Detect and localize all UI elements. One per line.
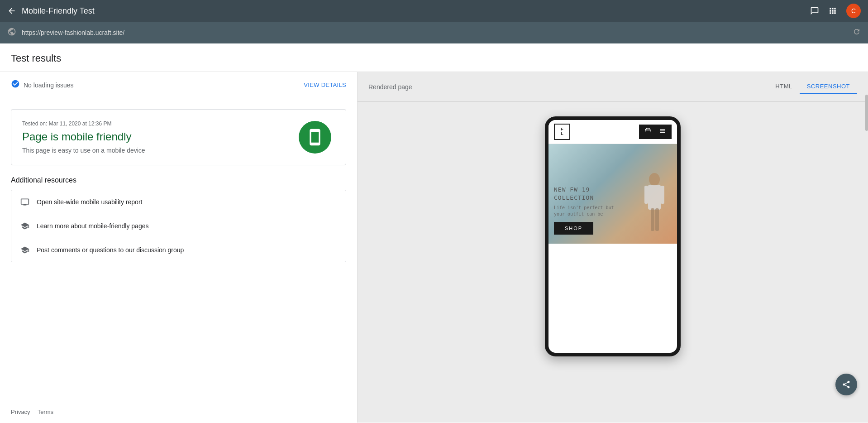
reload-icon[interactable] (853, 28, 861, 38)
phone-mockup: F L (545, 116, 681, 356)
svg-rect-3 (655, 208, 659, 231)
top-bar: Mobile-Friendly Test C (0, 0, 868, 22)
apps-button[interactable] (828, 6, 837, 15)
resource-text-1: Open site-wide mobile usability report (37, 198, 142, 206)
phone-screen: F L (548, 120, 677, 244)
right-scrollbar[interactable] (865, 95, 868, 131)
phone-container: F L (358, 102, 868, 356)
tab-screenshot[interactable]: SCREENSHOT (800, 79, 857, 94)
resource-text-3: Post comments or questions to our discus… (37, 246, 184, 254)
split-layout: No loading issues VIEW DETAILS Tested on… (0, 72, 868, 423)
menu-icon (659, 127, 666, 136)
status-bar: No loading issues VIEW DETAILS (0, 72, 357, 98)
globe-icon (7, 27, 16, 38)
resources-card: Open site-wide mobile usability report L… (11, 190, 346, 262)
check-icon (11, 79, 20, 91)
svg-point-0 (649, 173, 660, 186)
phone-nav-right (639, 125, 672, 139)
result-date: Tested on: Mar 11, 2020 at 12:36 PM (22, 120, 273, 127)
url-input[interactable] (22, 29, 847, 36)
top-bar-right: C (810, 4, 861, 18)
person-silhouette (641, 171, 668, 244)
avatar[interactable]: C (846, 4, 861, 18)
school-icon-2 (20, 245, 29, 255)
test-results-title: Test results (11, 53, 857, 64)
feedback-button[interactable] (810, 6, 819, 15)
terms-link[interactable]: Terms (38, 409, 53, 415)
phone-hero-content: NEW FW 19COLLECTION Life isn't perfect b… (554, 186, 614, 235)
tab-html[interactable]: HTML (768, 79, 799, 94)
resource-item-3[interactable]: Post comments or questions to our discus… (11, 238, 346, 262)
left-panel: No loading issues VIEW DETAILS Tested on… (0, 72, 358, 423)
result-card-left: Tested on: Mar 11, 2020 at 12:36 PM Page… (11, 110, 284, 165)
test-results-header: Test results (0, 43, 868, 72)
url-bar (0, 22, 868, 43)
svg-rect-4 (644, 186, 648, 204)
status-text: No loading issues (24, 82, 300, 89)
phone-nav: F L (548, 120, 677, 144)
resource-item-2[interactable]: Learn more about mobile-friendly pages (11, 214, 346, 238)
result-title: Page is mobile friendly (22, 130, 273, 143)
back-button[interactable] (7, 6, 16, 15)
svg-rect-2 (651, 208, 654, 231)
rendered-page-header: Rendered page HTML SCREENSHOT (358, 72, 868, 102)
footer: Privacy Terms (0, 401, 64, 423)
mobile-friendly-icon (299, 121, 331, 154)
app-title: Mobile-Friendly Test (22, 6, 95, 16)
privacy-link[interactable]: Privacy (11, 409, 30, 415)
result-description: This page is easy to use on a mobile dev… (22, 147, 273, 154)
tab-group: HTML SCREENSHOT (768, 79, 857, 94)
main-content: Test results No loading issues VIEW DETA… (0, 43, 868, 423)
top-bar-left: Mobile-Friendly Test (7, 6, 803, 16)
rendered-page-label: Rendered page (368, 83, 757, 91)
phone-shop-button[interactable]: SHOP (554, 222, 593, 235)
monitor-icon (20, 197, 29, 207)
cart-icon (644, 127, 652, 136)
result-card: Tested on: Mar 11, 2020 at 12:36 PM Page… (11, 109, 346, 165)
svg-rect-1 (648, 185, 661, 210)
share-fab[interactable] (835, 374, 857, 395)
right-panel: Rendered page HTML SCREENSHOT F L (358, 72, 868, 423)
phone-logo: F L (554, 124, 570, 140)
school-icon-1 (20, 221, 29, 231)
resource-item-1[interactable]: Open site-wide mobile usability report (11, 190, 346, 214)
view-details-button[interactable]: VIEW DETAILS (304, 82, 346, 88)
result-card-right (284, 110, 346, 164)
additional-resources: Additional resources Open site-wide mobi… (0, 176, 357, 273)
resource-text-2: Learn more about mobile-friendly pages (37, 222, 148, 230)
phone-hero-title: NEW FW 19COLLECTION (554, 186, 614, 202)
phone-hero: NEW FW 19COLLECTION Life isn't perfect b… (548, 144, 677, 244)
svg-rect-5 (661, 186, 664, 204)
phone-hero-subtitle: Life isn't perfect butyour outfit can be (554, 205, 614, 217)
additional-resources-title: Additional resources (11, 176, 346, 184)
